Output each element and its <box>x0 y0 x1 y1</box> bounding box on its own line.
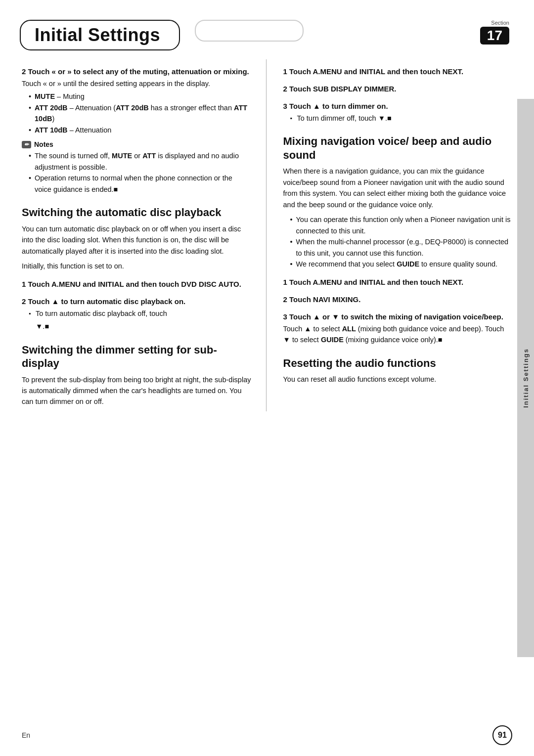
rc-step2: 2 Touch SUB DISPLAY DIMMER. <box>283 84 513 94</box>
mixing-bullet-3: We recommend that you select GUIDE to en… <box>290 259 513 269</box>
notes-list: The sound is turned off, MUTE or ATT is … <box>22 150 251 195</box>
intro-heading: 2 Touch « or » to select any of the muti… <box>22 66 251 77</box>
reset-title: Resetting the audio functions <box>283 356 513 370</box>
note-1: The sound is turned off, MUTE or ATT is … <box>29 150 251 173</box>
page-title: Initial Settings <box>35 25 160 45</box>
rc-step3: 3 Touch ▲ to turn dimmer on. <box>283 101 513 111</box>
mixing-body: When there is a navigation guidance, you… <box>283 166 513 210</box>
sidebar-container: Initial Settings <box>517 99 534 657</box>
footer-lang: En <box>22 731 30 739</box>
section1-body2: Initially, this function is set to on. <box>22 261 251 271</box>
mixing-bullet-1: You can operate this function only when … <box>290 214 513 236</box>
page: Initial Settings Section 17 2 Touch « or… <box>0 0 534 756</box>
section1-step1: 1 Touch A.MENU and INITIAL and then touc… <box>22 279 251 289</box>
section-number: 17 <box>480 27 509 44</box>
section-badge-area: Section 17 <box>480 20 514 44</box>
rc-step3-bullet: To turn dimmer off, touch ▼.■ <box>290 113 513 124</box>
bullet-att10: ATT 10dB – Attenuation <box>29 125 251 135</box>
reset-body: You can reset all audio functions except… <box>283 374 513 385</box>
section1-title: Switching the automatic disc playback <box>22 206 251 220</box>
footer: En 91 <box>0 725 534 745</box>
note-icon: ✏ <box>22 141 31 148</box>
section1-step2-bullets: To turn automatic disc playback off, tou… <box>22 308 251 319</box>
bullet-att20: ATT 20dB – Attenuation (ATT 20dB has a s… <box>29 102 251 125</box>
right-column: 1 Touch A.MENU and INITIAL and then touc… <box>267 59 534 411</box>
rc-step1: 1 Touch A.MENU and INITIAL and then touc… <box>283 66 513 77</box>
section1-body: You can turn automatic disc playback on … <box>22 223 251 257</box>
content-columns: 2 Touch « or » to select any of the muti… <box>0 59 534 411</box>
note-2: Operation returns to normal when the pho… <box>29 173 251 195</box>
section-label: Section <box>491 20 509 26</box>
section1-step2: 2 Touch ▲ to turn automatic disc playbac… <box>22 296 251 307</box>
footer-page-number: 91 <box>492 725 512 745</box>
mixing-title: Mixing navigation voice/ beep and audio … <box>283 134 513 162</box>
mixing-step3-body: Touch ▲ to select ALL (mixing both guida… <box>283 323 513 346</box>
notes-title: ✏ Notes <box>22 140 251 148</box>
rc-step3-bullets: To turn dimmer off, touch ▼.■ <box>283 113 513 124</box>
sidebar-label: Initial Settings <box>522 348 530 408</box>
mixing-step2: 2 Touch NAVI MIXING. <box>283 294 513 305</box>
mixing-bullets: You can operate this function only when … <box>283 214 513 269</box>
bullet-mute: MUTE – Muting <box>29 91 251 102</box>
left-column: 2 Touch « or » to select any of the muti… <box>0 59 267 411</box>
intro-body: Touch « or » until the desired setting a… <box>22 78 251 89</box>
notes-box: ✏ Notes The sound is turned off, MUTE or… <box>22 140 251 195</box>
mixing-bullet-2: When the multi-channel processor (e.g., … <box>290 236 513 259</box>
title-box: Initial Settings <box>20 20 180 50</box>
section1-step2-symbol: ▼.■ <box>22 321 251 332</box>
header: Initial Settings Section 17 <box>0 20 534 50</box>
section2-body: To prevent the sub-display from being to… <box>22 374 251 407</box>
mixing-step3: 3 Touch ▲ or ▼ to switch the mixing of n… <box>283 311 513 322</box>
section2-title: Switching the dimmer setting for sub-dis… <box>22 343 251 370</box>
intro-bullets: MUTE – Muting ATT 20dB – Attenuation (AT… <box>22 91 251 135</box>
mixing-step1: 1 Touch A.MENU and INITIAL and then touc… <box>283 277 513 287</box>
section1-step2-bullet: To turn automatic disc playback off, tou… <box>29 308 251 319</box>
